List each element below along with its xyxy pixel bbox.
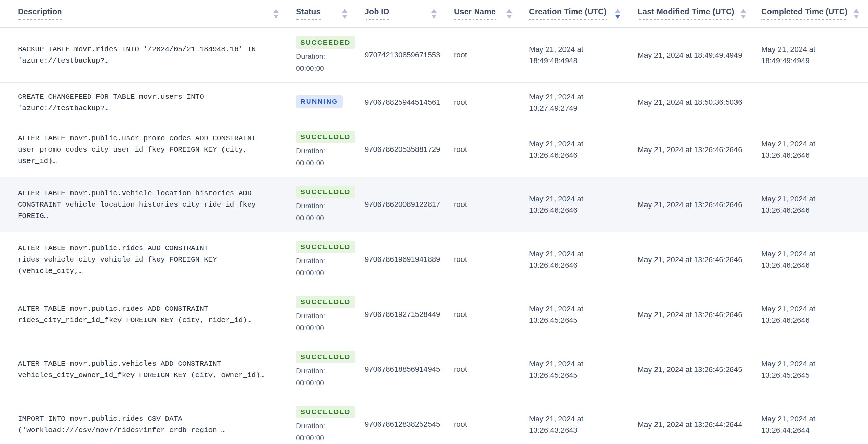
job-description[interactable]: ALTER TABLE movr.public.rides ADD CONSTR… (0, 287, 296, 342)
duration-label: Duration: (296, 200, 354, 212)
sort-icon[interactable] (273, 9, 279, 19)
completed-time: May 21, 2024 at 13:26:44:2644 (761, 397, 868, 444)
duration-value: 00:00:00 (296, 267, 354, 279)
duration-label: Duration: (296, 50, 354, 62)
jobs-table: Description Status Job ID User Name (0, 0, 868, 444)
creation-time: May 21, 2024 at 13:26:46:2646 (529, 177, 638, 232)
duration-value: 00:00:00 (296, 212, 354, 224)
creation-time: May 21, 2024 at 13:26:46:2646 (529, 232, 638, 287)
column-header-creation-time[interactable]: Creation Time (UTC) (529, 0, 638, 27)
column-header-description[interactable]: Description (0, 0, 296, 27)
last-modified-time: May 21, 2024 at 13:26:44:2644 (638, 397, 761, 444)
completed-time: May 21, 2024 at 13:26:46:2646 (761, 287, 868, 342)
column-header-job-id[interactable]: Job ID (365, 0, 454, 27)
sort-icon[interactable] (854, 9, 859, 19)
completed-time: May 21, 2024 at 13:26:46:2646 (761, 122, 868, 177)
table-row[interactable]: ALTER TABLE movr.public.rides ADD CONSTR… (0, 287, 868, 342)
column-label-completed-time[interactable]: Completed Time (UTC) (761, 7, 847, 20)
status-badge: SUCCEEDED (296, 36, 355, 49)
job-id: 970678620535881729 (365, 122, 454, 177)
table-row[interactable]: ALTER TABLE movr.public.user_promo_codes… (0, 122, 868, 177)
jobs-table-header: Description Status Job ID User Name (0, 0, 868, 27)
column-label-last-modified-time[interactable]: Last Modified Time (UTC) (638, 7, 734, 20)
job-status-cell: SUCCEEDED Duration: 00:00:00 (296, 122, 365, 177)
job-status-cell: SUCCEEDED Duration: 00:00:00 (296, 27, 365, 82)
status-badge: SUCCEEDED (296, 296, 355, 308)
column-label-job-id[interactable]: Job ID (365, 7, 389, 20)
table-row[interactable]: ALTER TABLE movr.public.rides ADD CONSTR… (0, 232, 868, 287)
duration-label: Duration: (296, 420, 354, 432)
user-name: root (454, 82, 529, 122)
duration-value: 00:00:00 (296, 432, 354, 444)
duration-label: Duration: (296, 365, 354, 377)
duration-label: Duration: (296, 255, 354, 267)
column-label-creation-time[interactable]: Creation Time (UTC) (529, 7, 607, 20)
caret-up-icon (342, 9, 347, 13)
column-header-status[interactable]: Status (296, 0, 365, 27)
status-badge: SUCCEEDED (296, 241, 355, 253)
completed-time: May 21, 2024 at 18:49:49:4949 (761, 27, 868, 82)
job-id: 970678618856914945 (365, 342, 454, 397)
duration-value: 00:00:00 (296, 157, 354, 169)
sort-icon[interactable] (342, 9, 347, 19)
sort-icon-active[interactable] (615, 9, 620, 19)
column-label-status[interactable]: Status (296, 7, 321, 20)
job-description[interactable]: ALTER TABLE movr.public.rides ADD CONSTR… (0, 232, 296, 287)
job-status-cell: SUCCEEDED Duration: 00:00:00 (296, 397, 365, 444)
job-description[interactable]: ALTER TABLE movr.public.vehicles ADD CON… (0, 342, 296, 397)
last-modified-time: May 21, 2024 at 13:26:45:2645 (638, 342, 761, 397)
user-name: root (454, 27, 529, 82)
job-description[interactable]: BACKUP TABLE movr.rides INTO '/2024/05/2… (0, 27, 296, 82)
caret-up-icon (854, 9, 859, 13)
status-badge: SUCCEEDED (296, 406, 355, 418)
caret-up-icon (741, 9, 746, 13)
job-description[interactable]: IMPORT INTO movr.public.rides CSV DATA (… (0, 397, 296, 444)
job-status-cell: RUNNING (296, 82, 365, 122)
caret-up-icon (506, 9, 512, 13)
creation-time: May 21, 2024 at 13:26:45:2645 (529, 287, 638, 342)
column-header-last-modified-time[interactable]: Last Modified Time (UTC) (638, 0, 761, 27)
completed-time: May 21, 2024 at 13:26:45:2645 (761, 342, 868, 397)
caret-down-icon (431, 15, 437, 19)
job-status-cell: SUCCEEDED Duration: 00:00:00 (296, 232, 365, 287)
caret-up-icon (431, 9, 437, 13)
table-row[interactable]: ALTER TABLE movr.public.vehicle_location… (0, 177, 868, 232)
caret-down-icon (854, 15, 859, 19)
user-name: root (454, 177, 529, 232)
job-description[interactable]: CREATE CHANGEFEED FOR TABLE movr.users I… (0, 82, 296, 122)
status-badge: SUCCEEDED (296, 351, 355, 363)
job-description[interactable]: ALTER TABLE movr.public.user_promo_codes… (0, 122, 296, 177)
duration-value: 00:00:00 (296, 62, 354, 74)
job-description[interactable]: ALTER TABLE movr.public.vehicle_location… (0, 177, 296, 232)
completed-time: May 21, 2024 at 13:26:46:2646 (761, 232, 868, 287)
duration-value: 00:00:00 (296, 322, 354, 334)
column-header-completed-time[interactable]: Completed Time (UTC) (761, 0, 868, 27)
sort-icon[interactable] (431, 9, 437, 19)
creation-time: May 21, 2024 at 13:26:46:2646 (529, 122, 638, 177)
table-row[interactable]: IMPORT INTO movr.public.rides CSV DATA (… (0, 397, 868, 444)
user-name: root (454, 232, 529, 287)
caret-up-icon (615, 9, 620, 13)
creation-time: May 21, 2024 at 13:26:43:2643 (529, 397, 638, 444)
caret-down-icon (615, 15, 620, 19)
job-status-cell: SUCCEEDED Duration: 00:00:00 (296, 287, 365, 342)
sort-icon[interactable] (741, 9, 746, 19)
column-label-description[interactable]: Description (18, 7, 62, 20)
job-id: 970678620089122817 (365, 177, 454, 232)
job-id: 970678612838252545 (365, 397, 454, 444)
column-header-user-name[interactable]: User Name (454, 0, 529, 27)
caret-down-icon (273, 15, 279, 19)
status-badge: SUCCEEDED (296, 186, 355, 198)
completed-time (761, 82, 868, 122)
sort-icon[interactable] (506, 9, 512, 19)
table-row[interactable]: CREATE CHANGEFEED FOR TABLE movr.users I… (0, 82, 868, 122)
last-modified-time: May 21, 2024 at 13:26:46:2646 (638, 287, 761, 342)
table-row[interactable]: ALTER TABLE movr.public.vehicles ADD CON… (0, 342, 868, 397)
creation-time: May 21, 2024 at 13:26:45:2645 (529, 342, 638, 397)
caret-down-icon (741, 15, 746, 19)
caret-up-icon (273, 9, 279, 13)
job-id: 970678825944514561 (365, 82, 454, 122)
column-label-user-name[interactable]: User Name (454, 7, 496, 20)
table-row[interactable]: BACKUP TABLE movr.rides INTO '/2024/05/2… (0, 27, 868, 82)
job-id: 970678619691941889 (365, 232, 454, 287)
